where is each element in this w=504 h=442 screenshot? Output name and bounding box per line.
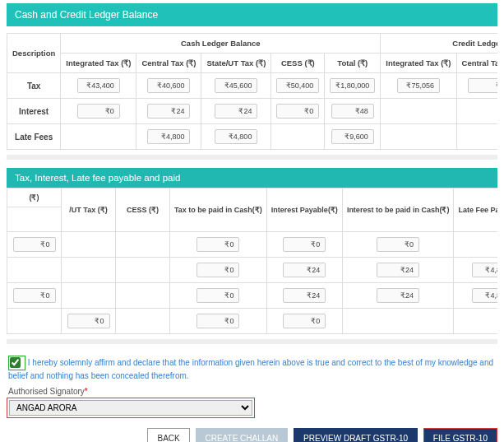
cell-value: ₹0: [77, 104, 120, 119]
cell-value: ₹9,600: [331, 129, 374, 144]
col-h2: /UT Tax (₹): [62, 188, 116, 232]
col-h1: (₹): [7, 188, 62, 207]
cell-value: ₹0: [283, 237, 326, 252]
cell-value: ₹4,800: [215, 129, 257, 144]
cell-value: ₹0: [67, 314, 110, 328]
cell-value: ₹0: [283, 314, 326, 328]
cell-value: ₹24: [377, 263, 419, 277]
affirm-text: I hereby solemnly affirm and declare tha…: [8, 358, 493, 380]
col-h5: Interest Payable(₹): [266, 188, 342, 232]
cell-value: ₹0: [197, 237, 239, 252]
cell-value: ₹4,800: [147, 129, 190, 144]
cell-value: ₹75,056: [397, 78, 440, 93]
table-row: ₹0 ₹0 ₹0 ₹0 ₹0: [7, 232, 498, 258]
table-row: Late Fees ₹4,800 ₹4,800 ₹9,600: [7, 124, 498, 150]
col-h7: Late Fee Payable(₹): [454, 188, 497, 232]
table-row: ₹0 ₹24 ₹24 ₹4,800 ₹4,800 ₹4,824 ₹0: [7, 258, 498, 283]
signatory-label: Authorised Signatory*: [8, 387, 496, 396]
ledger-scroll-area[interactable]: Description Cash Ledger Balance Credit L…: [7, 33, 497, 160]
create-challan-button: CREATE CHALLAN: [196, 428, 289, 442]
affirmation-row: I hereby solemnly affirm and declare tha…: [8, 356, 496, 382]
cell-value: ₹0: [197, 263, 239, 277]
signatory-select[interactable]: ANGAD ARORA: [9, 400, 252, 416]
col-h3: CESS (₹): [116, 188, 170, 232]
row-latefees-label: Late Fees: [7, 124, 61, 150]
payable-table: (₹) /UT Tax (₹) CESS (₹) Tax to be paid …: [7, 188, 497, 334]
cell-value: ₹0: [13, 237, 56, 252]
cell-value: ₹0: [377, 237, 419, 252]
table-row: ₹0 ₹0 ₹0 ₹0: [7, 309, 498, 334]
ledger-table: Description Cash Ledger Balance Credit L…: [7, 33, 497, 150]
cell-value: ₹0: [276, 104, 319, 119]
col-cess: CESS (₹): [271, 54, 325, 73]
affirm-checkbox[interactable]: [10, 357, 21, 368]
row-tax-label: Tax: [7, 73, 61, 99]
file-gstr10-button[interactable]: FILE GSTR-10: [423, 428, 497, 442]
cell-value: ₹40,600: [147, 78, 190, 93]
table-row: ₹0 ₹0 ₹24 ₹24 ₹4,800 ₹4,800 ₹4,824 ₹0: [7, 283, 498, 309]
table-row: Interest ₹0 ₹24 ₹24 ₹0 ₹48: [7, 99, 498, 124]
ledger-balance-header: Cash and Credit Ledger Balance: [7, 3, 497, 26]
cell-value: ₹24: [377, 288, 419, 303]
col-group-credit: Credit Ledger B: [381, 34, 497, 54]
table-row: Tax ₹43,400 ₹40,600 ₹45,600 ₹50,400 ₹1,8…: [7, 73, 498, 99]
col-int-tax: Integrated Tax (₹): [61, 54, 136, 73]
col-description: Description: [7, 34, 61, 73]
cell-value: ₹24: [283, 288, 326, 303]
row-interest-label: Interest: [7, 99, 61, 124]
cell-value: ₹50,400: [276, 78, 319, 93]
cell-value: ₹45,600: [215, 78, 257, 93]
payable-header: Tax, Interest, Late fee payable and paid: [7, 168, 497, 188]
cell-value: ₹4,800: [472, 288, 497, 303]
col-c-cen-tax: Central Tax (₹): [456, 54, 497, 73]
cell-value: ₹1,80,000: [330, 78, 375, 93]
col-h4: Tax to be paid in Cash(₹): [170, 188, 267, 232]
col-h6: Interest to be paid in Cash(₹): [342, 188, 454, 232]
cell-value: ₹24: [215, 104, 257, 119]
col-cen-tax: Central Tax (₹): [136, 54, 201, 73]
cell-value: ₹0: [468, 78, 497, 93]
cell-value: ₹4,800: [472, 263, 497, 277]
cell-value: ₹0: [197, 314, 239, 328]
action-buttons: BACK CREATE CHALLAN PREVIEW DRAFT GSTR-1…: [7, 428, 497, 442]
cell-value: ₹43,400: [77, 78, 120, 93]
back-button[interactable]: BACK: [147, 428, 189, 442]
payable-scroll-area[interactable]: (₹) /UT Tax (₹) CESS (₹) Tax to be paid …: [7, 188, 497, 344]
col-stut-tax: State/UT Tax (₹): [201, 54, 271, 73]
cell-value: ₹0: [197, 288, 239, 303]
preview-draft-button[interactable]: PREVIEW DRAFT GSTR-10: [294, 428, 418, 442]
cell-value: ₹24: [283, 263, 326, 277]
cell-value: ₹0: [13, 288, 56, 303]
cell-value: ₹48: [331, 104, 374, 119]
col-total: Total (₹): [325, 54, 381, 73]
cell-value: ₹24: [147, 104, 190, 119]
col-c-int-tax: Integrated Tax (₹): [381, 54, 456, 73]
col-group-cash: Cash Ledger Balance: [61, 34, 381, 54]
